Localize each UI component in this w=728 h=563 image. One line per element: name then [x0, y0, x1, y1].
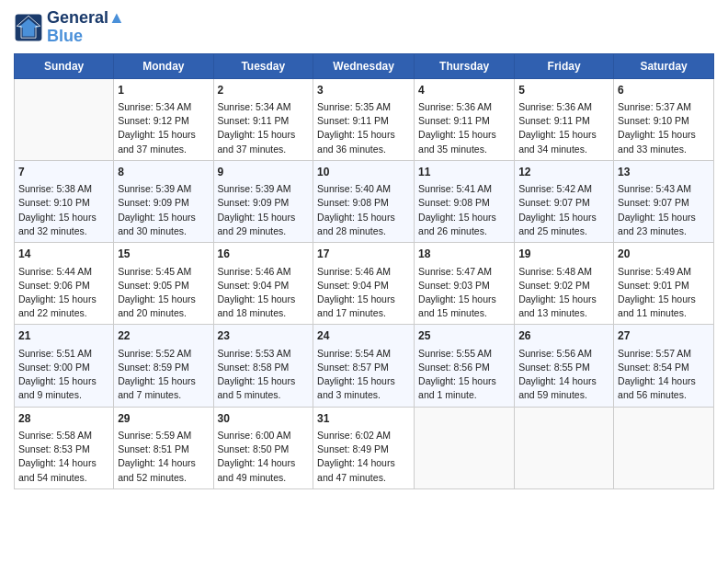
day-number: 17 — [317, 247, 410, 262]
day-number: 9 — [218, 165, 310, 180]
day-info: Sunrise: 6:02 AM Sunset: 8:49 PM Dayligh… — [317, 429, 410, 485]
calendar-cell: 9Sunrise: 5:39 AM Sunset: 9:09 PM Daylig… — [213, 160, 313, 242]
day-info: Sunrise: 5:38 AM Sunset: 9:10 PM Dayligh… — [18, 182, 109, 238]
day-info: Sunrise: 5:46 AM Sunset: 9:04 PM Dayligh… — [218, 265, 310, 321]
calendar-cell: 31Sunrise: 6:02 AM Sunset: 8:49 PM Dayli… — [313, 407, 415, 488]
calendar-cell: 2Sunrise: 5:34 AM Sunset: 9:11 PM Daylig… — [213, 78, 313, 160]
day-info: Sunrise: 5:37 AM Sunset: 9:10 PM Dayligh… — [618, 100, 710, 156]
day-info: Sunrise: 5:46 AM Sunset: 9:04 PM Dayligh… — [317, 265, 410, 321]
calendar-cell: 16Sunrise: 5:46 AM Sunset: 9:04 PM Dayli… — [213, 243, 313, 325]
weekday-header-row: SundayMondayTuesdayWednesdayThursdayFrid… — [15, 53, 714, 78]
day-number: 13 — [618, 165, 710, 180]
day-number: 25 — [418, 328, 510, 344]
day-info: Sunrise: 5:39 AM Sunset: 9:09 PM Dayligh… — [218, 182, 310, 238]
calendar-cell: 21Sunrise: 5:51 AM Sunset: 9:00 PM Dayli… — [15, 325, 114, 407]
calendar-cell: 24Sunrise: 5:54 AM Sunset: 8:57 PM Dayli… — [313, 325, 415, 407]
day-info: Sunrise: 5:36 AM Sunset: 9:11 PM Dayligh… — [518, 100, 609, 156]
day-number: 30 — [218, 411, 310, 427]
calendar-cell: 6Sunrise: 5:37 AM Sunset: 9:10 PM Daylig… — [614, 78, 714, 160]
day-info: Sunrise: 5:43 AM Sunset: 9:07 PM Dayligh… — [618, 182, 710, 238]
calendar-cell: 13Sunrise: 5:43 AM Sunset: 9:07 PM Dayli… — [614, 160, 714, 242]
day-number: 28 — [18, 411, 109, 427]
page-header: General▲ Blue — [14, 9, 714, 46]
day-info: Sunrise: 5:42 AM Sunset: 9:07 PM Dayligh… — [518, 182, 609, 238]
calendar-cell: 3Sunrise: 5:35 AM Sunset: 9:11 PM Daylig… — [313, 78, 415, 160]
calendar-cell: 8Sunrise: 5:39 AM Sunset: 9:09 PM Daylig… — [114, 160, 213, 242]
calendar-week-1: 1Sunrise: 5:34 AM Sunset: 9:12 PM Daylig… — [15, 78, 714, 160]
calendar-cell: 26Sunrise: 5:56 AM Sunset: 8:55 PM Dayli… — [515, 325, 614, 407]
day-number: 29 — [118, 411, 209, 427]
day-number: 4 — [418, 83, 510, 98]
calendar-cell: 27Sunrise: 5:57 AM Sunset: 8:54 PM Dayli… — [614, 325, 714, 407]
day-info: Sunrise: 5:34 AM Sunset: 9:12 PM Dayligh… — [118, 100, 209, 156]
day-number: 7 — [18, 165, 109, 180]
weekday-header-saturday: Saturday — [614, 53, 714, 78]
day-number: 10 — [317, 165, 410, 180]
calendar-cell — [15, 78, 114, 160]
calendar-cell: 12Sunrise: 5:42 AM Sunset: 9:07 PM Dayli… — [515, 160, 614, 242]
day-info: Sunrise: 5:39 AM Sunset: 9:09 PM Dayligh… — [118, 182, 209, 238]
day-info: Sunrise: 5:57 AM Sunset: 8:54 PM Dayligh… — [618, 347, 710, 403]
weekday-header-sunday: Sunday — [15, 53, 114, 78]
day-info: Sunrise: 5:40 AM Sunset: 9:08 PM Dayligh… — [317, 182, 410, 238]
calendar-week-3: 14Sunrise: 5:44 AM Sunset: 9:06 PM Dayli… — [15, 243, 714, 325]
day-number: 1 — [118, 83, 209, 98]
calendar-cell — [415, 407, 515, 488]
calendar-cell: 15Sunrise: 5:45 AM Sunset: 9:05 PM Dayli… — [114, 243, 213, 325]
day-info: Sunrise: 5:58 AM Sunset: 8:53 PM Dayligh… — [18, 429, 109, 485]
day-number: 8 — [118, 165, 209, 180]
calendar-cell — [515, 407, 614, 488]
weekday-header-friday: Friday — [515, 53, 614, 78]
calendar-cell: 4Sunrise: 5:36 AM Sunset: 9:11 PM Daylig… — [415, 78, 515, 160]
day-number: 11 — [418, 165, 510, 180]
logo-icon — [14, 13, 43, 42]
day-info: Sunrise: 5:34 AM Sunset: 9:11 PM Dayligh… — [218, 100, 310, 156]
day-info: Sunrise: 5:54 AM Sunset: 8:57 PM Dayligh… — [317, 347, 410, 403]
calendar-cell: 28Sunrise: 5:58 AM Sunset: 8:53 PM Dayli… — [15, 407, 114, 488]
calendar-week-5: 28Sunrise: 5:58 AM Sunset: 8:53 PM Dayli… — [15, 407, 714, 488]
day-number: 19 — [518, 247, 609, 262]
calendar-cell: 23Sunrise: 5:53 AM Sunset: 8:58 PM Dayli… — [213, 325, 313, 407]
day-number: 20 — [618, 247, 710, 262]
day-number: 24 — [317, 328, 410, 344]
day-info: Sunrise: 5:55 AM Sunset: 8:56 PM Dayligh… — [418, 347, 510, 403]
day-number: 6 — [618, 83, 710, 98]
day-info: Sunrise: 5:56 AM Sunset: 8:55 PM Dayligh… — [518, 347, 609, 403]
day-info: Sunrise: 5:52 AM Sunset: 8:59 PM Dayligh… — [118, 347, 209, 403]
day-number: 23 — [218, 328, 310, 344]
calendar-cell: 19Sunrise: 5:48 AM Sunset: 9:02 PM Dayli… — [515, 243, 614, 325]
calendar-cell: 17Sunrise: 5:46 AM Sunset: 9:04 PM Dayli… — [313, 243, 415, 325]
calendar-cell: 14Sunrise: 5:44 AM Sunset: 9:06 PM Dayli… — [15, 243, 114, 325]
calendar-cell: 29Sunrise: 5:59 AM Sunset: 8:51 PM Dayli… — [114, 407, 213, 488]
day-number: 5 — [518, 83, 609, 98]
day-number: 31 — [317, 411, 410, 427]
calendar-week-2: 7Sunrise: 5:38 AM Sunset: 9:10 PM Daylig… — [15, 160, 714, 242]
calendar-cell: 10Sunrise: 5:40 AM Sunset: 9:08 PM Dayli… — [313, 160, 415, 242]
calendar-cell: 7Sunrise: 5:38 AM Sunset: 9:10 PM Daylig… — [15, 160, 114, 242]
calendar-cell: 11Sunrise: 5:41 AM Sunset: 9:08 PM Dayli… — [415, 160, 515, 242]
logo-text: General▲ Blue — [47, 9, 125, 46]
day-number: 18 — [418, 247, 510, 262]
day-number: 12 — [518, 165, 609, 180]
calendar-cell: 1Sunrise: 5:34 AM Sunset: 9:12 PM Daylig… — [114, 78, 213, 160]
calendar-cell: 22Sunrise: 5:52 AM Sunset: 8:59 PM Dayli… — [114, 325, 213, 407]
weekday-header-monday: Monday — [114, 53, 213, 78]
calendar-cell: 25Sunrise: 5:55 AM Sunset: 8:56 PM Dayli… — [415, 325, 515, 407]
weekday-header-thursday: Thursday — [415, 53, 515, 78]
weekday-header-tuesday: Tuesday — [213, 53, 313, 78]
day-info: Sunrise: 6:00 AM Sunset: 8:50 PM Dayligh… — [218, 429, 310, 485]
calendar-cell — [614, 407, 714, 488]
day-number: 22 — [118, 328, 209, 344]
day-number: 2 — [218, 83, 310, 98]
day-info: Sunrise: 5:49 AM Sunset: 9:01 PM Dayligh… — [618, 265, 710, 321]
day-info: Sunrise: 5:48 AM Sunset: 9:02 PM Dayligh… — [518, 265, 609, 321]
calendar-week-4: 21Sunrise: 5:51 AM Sunset: 9:00 PM Dayli… — [15, 325, 714, 407]
calendar-table: SundayMondayTuesdayWednesdayThursdayFrid… — [14, 53, 714, 489]
day-info: Sunrise: 5:45 AM Sunset: 9:05 PM Dayligh… — [118, 265, 209, 321]
day-info: Sunrise: 5:59 AM Sunset: 8:51 PM Dayligh… — [118, 429, 209, 485]
logo: General▲ Blue — [14, 9, 125, 46]
calendar-cell: 30Sunrise: 6:00 AM Sunset: 8:50 PM Dayli… — [213, 407, 313, 488]
calendar-cell: 20Sunrise: 5:49 AM Sunset: 9:01 PM Dayli… — [614, 243, 714, 325]
day-number: 14 — [18, 247, 109, 262]
calendar-cell: 18Sunrise: 5:47 AM Sunset: 9:03 PM Dayli… — [415, 243, 515, 325]
